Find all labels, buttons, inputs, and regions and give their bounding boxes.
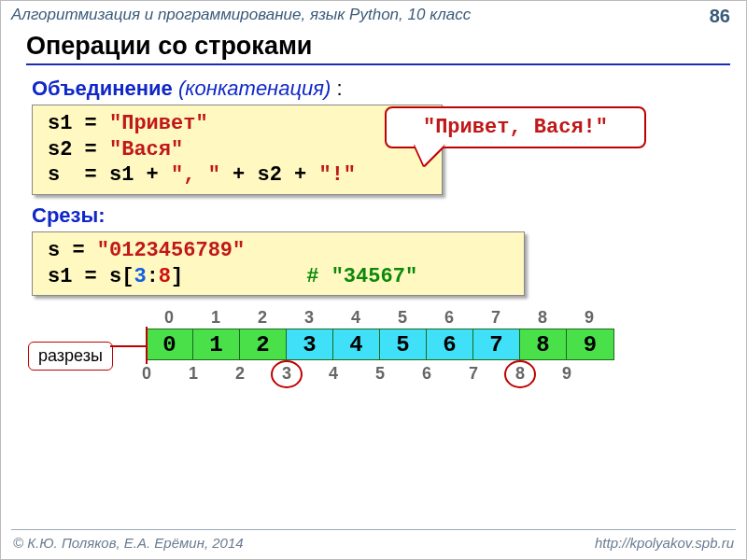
concat-bold: Объединение [32,77,173,100]
idx: 5 [357,364,403,384]
code-index-end: 8 [159,265,171,288]
string-cell: 0 [147,329,193,359]
string-cell: 1 [193,329,240,359]
section-concat-label: Объединение (конкатенация) : [32,77,343,101]
circle-marker-3 [271,360,303,388]
result-callout: "Привет, Вася!" [385,106,646,148]
code-text: s = [48,239,97,262]
string-cells: 0123456789 [146,329,614,360]
code-text: s1 = s[ [48,265,134,288]
code-string: "0123456789" [97,239,245,262]
code-text: s2 = [48,138,109,161]
code-concat: s1 = "Привет" s2 = "Вася" s = s1 + ", " … [32,105,443,195]
cut-line-v [146,327,148,364]
circle-marker-8 [504,360,536,388]
code-text: s = s1 + [48,163,171,187]
footer-rule [11,529,736,530]
page-number: 86 [710,6,730,27]
idx: 6 [426,308,472,328]
idx: 9 [543,364,590,384]
idx: 8 [519,308,566,328]
idx: 5 [379,308,426,328]
idx: 7 [450,364,497,384]
concat-colon: : [331,77,342,100]
string-cell: 4 [333,329,380,359]
string-cell: 7 [473,329,520,359]
code-text: : [147,265,159,288]
string-cell: 8 [520,329,567,359]
idx: 9 [566,308,613,328]
string-cell: 6 [427,329,473,359]
code-text: s1 = [48,112,109,135]
cut-label: разрезы [28,342,113,371]
idx: 4 [310,364,357,384]
idx: 1 [192,308,239,328]
code-comment: # "34567" [306,265,417,288]
idx: 3 [286,308,332,328]
code-string: "Привет" [109,112,208,135]
code-string: "Вася" [109,138,183,161]
idx: 0 [146,308,192,328]
page-title: Операции со строками [26,32,730,65]
string-cell: 9 [567,329,613,359]
string-cell: 2 [240,329,287,359]
idx: 7 [472,308,519,328]
idx: 4 [332,308,379,328]
indices-top: 0123456789 [146,308,613,328]
string-cell: 3 [287,329,333,359]
code-text: ] [171,265,183,288]
code-string: ", " [171,163,220,187]
code-index-start: 3 [134,265,146,288]
section-slices-label: Срезы: [32,203,106,228]
code-pad [183,265,306,288]
footer-url: http://kpolyakov.spb.ru [595,535,734,551]
idx: 1 [170,364,217,384]
idx: 2 [217,364,263,384]
course-title: Алгоритмизация и программирование, язык … [11,6,736,24]
idx: 6 [403,364,450,384]
footer-copyright: © К.Ю. Поляков, Е.А. Ерёмин, 2014 [13,535,244,551]
string-cell: 5 [380,329,427,359]
idx: 0 [123,364,170,384]
code-string: "!" [318,163,356,187]
idx: 2 [239,308,286,328]
cut-line-top [110,345,146,347]
code-slices: s = "0123456789" s1 = s[3:8] # "34567" [32,231,525,296]
concat-italic: (конкатенация) [178,77,331,100]
code-text: + s2 + [220,163,319,187]
